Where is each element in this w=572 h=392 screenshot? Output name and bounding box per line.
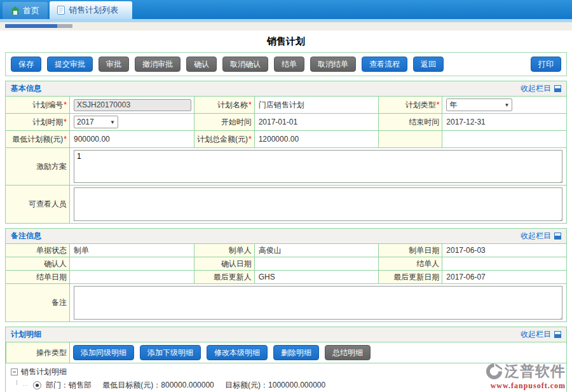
brand-site-url: www.fanpusoft.com [486,381,566,391]
basic-collapse-link[interactable]: 收起栏目 [521,83,561,94]
form-row: 单据状态 制单 制单人 高俊山 制单日期 2017-06-03 [6,244,566,257]
submit-approval-button[interactable]: 提交审批 [47,57,93,72]
close-date-label: 结单日期 [6,271,69,283]
remark-collapse-link[interactable]: 收起栏目 [521,231,561,241]
basic-section-title: 基本信息 [11,83,41,94]
operation-row: 操作类型 添加同级明细 添加下级明细 修改本级明细 删除明细 总结明细 [6,342,566,363]
viewers-textarea[interactable] [74,187,562,221]
min-amount-value: 900000.00 [69,131,194,147]
incentive-textarea[interactable]: 1 [74,150,562,183]
detail-collapse-link[interactable]: 收起栏目 [521,329,561,340]
back-button[interactable]: 返回 [413,57,444,72]
note-label: 备注 [6,284,69,321]
last-update-date-value: 2017-06-07 [442,271,566,283]
edit-detail-button[interactable]: 修改本级明细 [207,345,268,360]
doc-status-label: 单据状态 [6,244,69,257]
view-flow-button[interactable]: 查看流程 [362,57,407,72]
plan-type-select[interactable]: 年 ▼ [446,98,512,111]
plan-no-input[interactable] [74,99,191,111]
last-update-date-label: 最后更新日期 [378,271,442,283]
close-order-button[interactable]: 结单 [274,57,304,72]
min-target-text: 最低目标额(元)：800000.000000 [102,381,214,389]
add-child-detail-button[interactable]: 添加下级明细 [140,345,201,360]
cancel-confirm-button[interactable]: 取消确认 [222,57,268,72]
tab-close-icon[interactable]: × [125,1,129,8]
plan-period-select[interactable]: 2017 ▼ [74,116,118,128]
tree-child-node[interactable]: 部门：销售部 最低目标额(元)：800000.000000 目标额(元)：100… [14,380,561,391]
radio-dot [36,384,39,387]
confirm-date-value [254,257,379,270]
detail-section-header: 计划明细 收起栏目 [6,327,566,342]
confirm-button[interactable]: 确认 [186,57,217,72]
target-text: 目标额(元)：1000000.000000 [225,381,325,389]
plan-no-value [69,97,194,113]
section-remark-info: 备注信息 收起栏目 单据状态 制单 制单人 高俊山 制单日期 2017-06-0… [5,228,567,322]
note-textarea[interactable] [74,286,562,320]
horizontal-scrollbar[interactable] [0,22,572,30]
fanpu-logo-icon [486,363,503,380]
tree-root-node[interactable]: 销售计划明细 [11,367,561,377]
creator-value: 高俊山 [254,244,379,257]
sales-plan-page: 首页 销售计划列表 × 销售计划 保存 提交审批 审批 撤消审批 确认 取消确认… [0,0,572,392]
required-mark: * [437,100,440,109]
scrollbar-track-end [57,24,72,28]
detail-section-title: 计划明细 [11,329,41,340]
print-button[interactable]: 打印 [531,57,561,72]
add-sibling-detail-button[interactable]: 添加同级明细 [73,345,134,360]
revoke-approval-button[interactable]: 撤消审批 [135,57,180,72]
tree-root-label: 销售计划明细 [21,367,67,377]
plan-type-label: 计划类型* [378,97,442,113]
remark-section-title: 备注信息 [11,231,41,241]
start-date-label: 开始时间 [194,114,254,130]
plan-name-value: 门店销售计划 [254,97,379,113]
chevron-down-icon: ▼ [110,119,115,125]
document-icon [57,6,65,15]
required-mark: * [249,100,252,109]
close-date-value [69,271,194,283]
collapse-icon [554,233,561,240]
tree-collapse-icon[interactable] [11,368,18,375]
approve-button[interactable]: 审批 [99,57,129,72]
plan-no-label: 计划编号* [6,97,69,113]
collapse-icon [554,85,561,92]
total-amount-value: 1200000.00 [254,131,379,147]
closer-value [442,257,566,270]
end-date-label: 结束时间 [378,114,442,130]
operation-buttons: 添加同级明细 添加下级明细 修改本级明细 删除明细 总结明细 [69,342,566,363]
plan-period-label: 计划时期* [6,114,69,130]
remark-section-header: 备注信息 收起栏目 [6,229,566,244]
tree-connector [23,385,29,386]
dept-text: 部门：销售部 [46,381,92,389]
brand-name: 泛普软件 [505,362,566,381]
confirmer-label: 确认人 [6,257,69,270]
confirmer-value [69,257,194,270]
last-updater-label: 最后更新人 [194,271,254,283]
save-button[interactable]: 保存 [11,57,41,72]
basic-section-header: 基本信息 收起栏目 [6,81,566,97]
tab-bar: 首页 销售计划列表 × [0,0,572,19]
tab-sales-plan-list[interactable]: 销售计划列表 × [50,1,132,19]
chevron-down-icon: ▼ [504,102,509,108]
closer-label: 结单人 [378,257,442,270]
required-mark: * [64,118,67,126]
creator-label: 制单人 [194,244,254,257]
form-row: 激励方案 1 [6,148,566,186]
dept-radio[interactable] [33,381,41,389]
create-date-label: 制单日期 [378,244,442,257]
toolbar: 保存 提交审批 审批 撤消审批 确认 取消确认 结单 取消结单 查看流程 返回 … [5,52,567,76]
empty-label [378,131,442,147]
section-basic-info: 基本信息 收起栏目 计划编号* 计划名称* 门店销售计划 计划类型* 年 ▼ 计… [5,81,567,224]
create-date-value: 2017-06-03 [442,244,566,257]
total-amount-label: 计划总金额(元)* [194,131,254,147]
cancel-close-button[interactable]: 取消结单 [310,57,356,72]
form-row: 可查看人员 [6,186,566,223]
form-row: 备注 [6,284,566,321]
tab-home[interactable]: 首页 [3,2,48,19]
form-row: 最低计划额(元)* 900000.00 计划总金额(元)* 1200000.00 [6,131,566,148]
scrollbar-thumb[interactable] [5,24,57,28]
required-mark: * [64,100,67,109]
summarize-detail-button[interactable]: 总结明细 [325,345,371,360]
end-date-value: 2017-12-31 [442,114,566,130]
plan-name-label: 计划名称* [194,97,254,113]
delete-detail-button[interactable]: 删除明细 [273,345,319,360]
